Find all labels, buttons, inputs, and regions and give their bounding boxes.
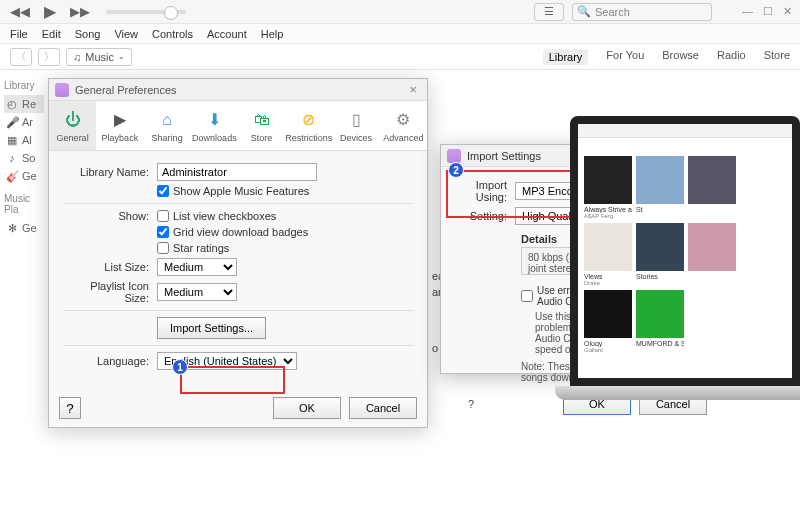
album-artist: Drake xyxy=(584,280,632,286)
album-tile[interactable] xyxy=(688,223,736,286)
minimize-button[interactable]: — xyxy=(742,5,753,18)
tab-playback[interactable]: ▶Playback xyxy=(96,101,143,150)
sidebar-item[interactable]: ♪So xyxy=(4,149,44,167)
grid-badges-checkbox[interactable]: Grid view download badges xyxy=(157,226,308,238)
maximize-button[interactable]: ☐ xyxy=(763,5,773,18)
category-label: Music xyxy=(85,51,114,63)
menubar: File Edit Song View Controls Account Hel… xyxy=(0,24,800,44)
dialog-title: Import Settings xyxy=(467,150,541,162)
tab-library[interactable]: Library xyxy=(543,49,589,65)
import-settings-button[interactable]: Import Settings... xyxy=(157,317,266,339)
album-cover xyxy=(584,290,632,338)
tab-radio[interactable]: Radio xyxy=(717,49,746,65)
tab-store[interactable]: 🛍Store xyxy=(238,101,285,150)
menu-view[interactable]: View xyxy=(114,28,138,40)
icon-size-select[interactable]: Medium xyxy=(157,283,237,301)
restrict-icon: ⊘ xyxy=(298,109,320,131)
album-title: Always Strive and Prosper xyxy=(584,206,632,213)
prev-button[interactable]: ◀◀ xyxy=(8,3,32,21)
tab-restrictions[interactable]: ⊘Restrictions xyxy=(285,101,332,150)
menu-file[interactable]: File xyxy=(10,28,28,40)
album-artist: Gallant xyxy=(584,347,632,353)
album-cover xyxy=(584,156,632,204)
album-cover xyxy=(688,223,736,271)
menu-song[interactable]: Song xyxy=(75,28,101,40)
back-button[interactable]: 〈 xyxy=(10,48,32,66)
sidebar: Library ◴Re 🎤Ar ▦Al ♪So 🎸Ge Music Pla ✻G… xyxy=(0,70,48,243)
sidebar-item[interactable]: 🎸Ge xyxy=(4,167,44,185)
album-cover xyxy=(636,156,684,204)
general-preferences-dialog: General Preferences × ⏻General ▶Playback… xyxy=(48,78,428,428)
album-icon: ▦ xyxy=(6,134,18,147)
clock-icon: ◴ xyxy=(6,98,18,111)
category-select[interactable]: ♫ Music ⌄ xyxy=(66,48,132,66)
titlebar: ◀◀ ▶ ▶▶ ☰ 🔍 Search — ☐ ✕ xyxy=(0,0,800,24)
star-ratings-checkbox[interactable]: Star ratings xyxy=(157,242,229,254)
close-icon[interactable]: × xyxy=(405,82,421,97)
device-icon: ▯ xyxy=(345,109,367,131)
menu-help[interactable]: Help xyxy=(261,28,284,40)
note-icon: ♪ xyxy=(6,152,18,164)
forward-button[interactable]: 〉 xyxy=(38,48,60,66)
menu-controls[interactable]: Controls xyxy=(152,28,193,40)
help-button[interactable]: ? xyxy=(59,397,81,419)
menu-account[interactable]: Account xyxy=(207,28,247,40)
itunes-icon xyxy=(447,149,461,163)
album-tile[interactable]: ViewsDrake xyxy=(584,223,632,286)
ok-button[interactable]: OK xyxy=(273,397,341,419)
sidebar-item[interactable]: ✻Ge xyxy=(4,219,44,237)
album-tile[interactable] xyxy=(688,156,736,219)
album-cover xyxy=(688,156,736,204)
album-title: Views xyxy=(584,273,632,280)
sidebar-item[interactable]: 🎤Ar xyxy=(4,113,44,131)
genre-icon: 🎸 xyxy=(6,170,18,183)
album-title: Stories xyxy=(636,273,684,280)
search-input[interactable]: 🔍 Search xyxy=(572,3,712,21)
tab-devices[interactable]: ▯Devices xyxy=(333,101,380,150)
album-tile[interactable]: OlogyGallant xyxy=(584,290,632,353)
tab-foryou[interactable]: For You xyxy=(606,49,644,65)
annotation-badge-2: 2 xyxy=(448,162,464,178)
album-title: St xyxy=(636,206,684,213)
laptop-mockup: Always Strive and ProsperA$AP FergStView… xyxy=(570,116,800,436)
tab-store[interactable]: Store xyxy=(764,49,790,65)
album-tile[interactable]: St xyxy=(636,156,684,219)
next-button[interactable]: ▶▶ xyxy=(68,3,92,21)
dialog-title: General Preferences xyxy=(75,84,177,96)
list-size-select[interactable]: Medium xyxy=(157,258,237,276)
play-button[interactable]: ▶ xyxy=(38,3,62,21)
sidebar-item[interactable]: ▦Al xyxy=(4,131,44,149)
close-button[interactable]: ✕ xyxy=(783,5,792,18)
search-placeholder: Search xyxy=(595,6,630,18)
house-icon: ⌂ xyxy=(156,109,178,131)
list-size-label: List Size: xyxy=(63,261,157,273)
switch-icon: ⏻ xyxy=(62,109,84,131)
album-title: MUMFORD & SONS BAABA MAAL xyxy=(636,340,684,347)
itunes-icon xyxy=(55,83,69,97)
tab-sharing[interactable]: ⌂Sharing xyxy=(144,101,191,150)
sidebar-item[interactable]: ◴Re xyxy=(4,95,44,113)
album-tile[interactable]: Always Strive and ProsperA$AP Ferg xyxy=(584,156,632,219)
nav-row: 〈 〉 ♫ Music ⌄ Library For You Browse Rad… xyxy=(0,44,800,70)
tab-advanced[interactable]: ⚙Advanced xyxy=(380,101,427,150)
album-title: Ology xyxy=(584,340,632,347)
tab-downloads[interactable]: ⬇Downloads xyxy=(191,101,238,150)
album-cover xyxy=(584,223,632,271)
album-tile[interactable]: Stories xyxy=(636,223,684,286)
menu-edit[interactable]: Edit xyxy=(42,28,61,40)
tab-general[interactable]: ⏻General xyxy=(49,101,96,150)
show-apple-music-checkbox[interactable]: Show Apple Music Features xyxy=(157,185,309,197)
icon-size-label: Playlist Icon Size: xyxy=(63,280,157,304)
tab-browse[interactable]: Browse xyxy=(662,49,699,65)
list-checkboxes-checkbox[interactable]: List view checkboxes xyxy=(157,210,276,222)
setting-label: Setting: xyxy=(451,210,515,222)
list-view-button[interactable]: ☰ xyxy=(534,3,564,21)
library-name-input[interactable] xyxy=(157,163,317,181)
cancel-button[interactable]: Cancel xyxy=(349,397,417,419)
volume-slider[interactable] xyxy=(106,10,186,14)
album-tile[interactable]: MUMFORD & SONS BAABA MAAL xyxy=(636,290,684,353)
play-icon: ▶ xyxy=(109,109,131,131)
album-cover xyxy=(636,223,684,271)
album-cover xyxy=(636,290,684,338)
music-icon: ♫ xyxy=(73,51,81,63)
